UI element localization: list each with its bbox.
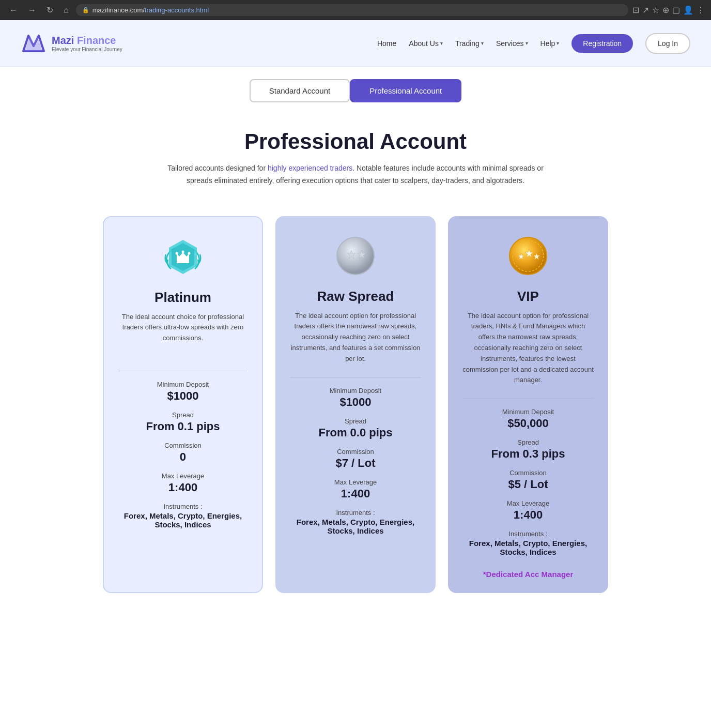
nav-help[interactable]: Help ▾ [540,39,560,48]
svg-point-7 [182,250,184,253]
window-icon[interactable]: ▢ [672,5,680,15]
menu-icon[interactable]: ⋮ [697,5,705,15]
professional-account-tab[interactable]: Professional Account [350,79,461,102]
url-display: mazifinance.com/trading-accounts.html [92,6,209,14]
platinum-title: Platinum [154,290,211,306]
rawspread-card: Raw Spread The ideal account option for … [275,216,436,594]
hero-description: Tailored accounts designed for highly ex… [162,162,549,187]
logo-area: Mazi Finance Elevate your Financial Jour… [21,31,122,56]
vip-dedicated-manager-note: *Dedicated Acc Manager [483,570,574,579]
svg-rect-5 [177,261,189,263]
svg-point-8 [188,252,191,254]
back-button[interactable]: ← [6,5,21,16]
address-bar[interactable]: 🔒 mazifinance.com/trading-accounts.html [76,4,628,16]
vip-icon [505,233,551,279]
nav-about[interactable]: About Us ▾ [409,39,443,48]
platinum-description: The ideal account choice for professiona… [118,312,248,358]
vip-instruments: Instruments : Forex, Metals, Crypto, Ene… [462,530,594,556]
vip-leverage: Max Leverage 1:400 [507,499,549,522]
home-button[interactable]: ⌂ [60,5,72,16]
vip-commission: Commission $5 / Lot [508,469,548,491]
platinum-leverage: Max Leverage 1:400 [162,472,204,494]
vip-card: VIP The ideal account option for profess… [448,216,608,594]
vip-description: The ideal account option for professiona… [462,311,594,386]
help-chevron-icon: ▾ [557,40,559,46]
login-button[interactable]: Log In [645,33,690,54]
forward-button[interactable]: → [25,5,39,16]
nav-services[interactable]: Services ▾ [496,39,528,48]
bookmark-icon[interactable]: ☆ [652,5,659,15]
standard-account-tab[interactable]: Standard Account [250,79,350,102]
trading-chevron-icon: ▾ [481,40,484,46]
browser-actions: ⊡ ↗ ☆ ⊕ ▢ 👤 ⋮ [632,5,705,15]
profile-icon[interactable]: 👤 [683,5,693,15]
rawspread-min-deposit: Minimum Deposit $1000 [330,387,381,409]
lock-icon: 🔒 [82,7,89,13]
platinum-card: Platinum The ideal account choice for pr… [103,216,263,594]
nav-trading[interactable]: Trading ▾ [455,39,484,48]
platinum-commission: Commission 0 [164,442,202,464]
rawspread-divider [290,377,421,377]
platinum-min-deposit: Minimum Deposit $1000 [157,381,209,403]
platinum-icon [160,234,206,280]
svg-point-6 [176,252,178,254]
vip-spread: Spread From 0.3 pips [491,438,565,461]
page-title: Professional Account [31,129,680,154]
registration-button[interactable]: Registration [571,34,633,53]
rawspread-spread: Spread From 0.0 pips [318,417,392,439]
platinum-instruments: Instruments : Forex, Metals, Crypto, Ene… [118,503,248,529]
logo-icon [21,31,47,56]
logo-text-block: Mazi Finance Elevate your Financial Jour… [52,35,122,52]
nav-home[interactable]: Home [377,39,396,48]
platinum-spread: Spread From 0.1 pips [146,411,220,433]
navbar: Mazi Finance Elevate your Financial Jour… [0,20,711,67]
logo-tagline: Elevate your Financial Journey [52,47,122,52]
tab-area: Standard Account Professional Account [0,67,711,111]
logo-name: Mazi Finance [52,35,122,47]
hero-section: Professional Account Tailored accounts d… [0,111,711,198]
screenshot-icon[interactable]: ⊡ [632,5,639,15]
nav-links: Home About Us ▾ Trading ▾ Services ▾ Hel… [377,33,690,54]
vip-divider [462,398,594,399]
cards-area: Platinum The ideal account choice for pr… [0,198,711,614]
rawspread-icon [332,233,379,279]
refresh-button[interactable]: ↻ [43,4,56,16]
vip-min-deposit: Minimum Deposit $50,000 [502,408,554,430]
extensions-icon[interactable]: ⊕ [662,5,669,15]
share-icon[interactable]: ↗ [642,5,649,15]
vip-title: VIP [517,289,539,305]
svg-point-9 [337,237,374,275]
rawspread-commission: Commission $7 / Lot [335,448,375,470]
about-chevron-icon: ▾ [440,40,443,46]
rawspread-description: The ideal account option for professiona… [290,311,421,365]
rawspread-title: Raw Spread [317,289,394,305]
platinum-divider [118,371,248,371]
rawspread-instruments: Instruments : Forex, Metals, Crypto, Ene… [290,509,421,535]
browser-chrome: ← → ↻ ⌂ 🔒 mazifinance.com/trading-accoun… [0,0,711,20]
rawspread-leverage: Max Leverage 1:400 [334,478,377,501]
services-chevron-icon: ▾ [525,40,528,46]
